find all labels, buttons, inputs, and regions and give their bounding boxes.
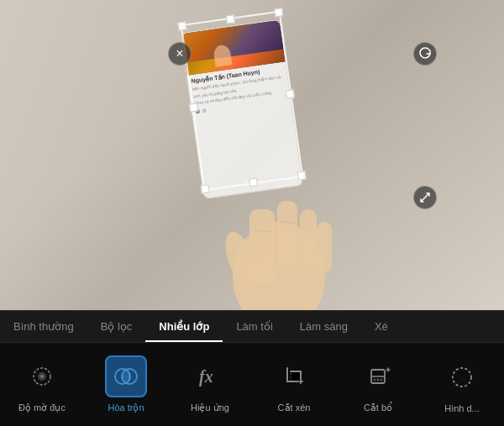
cat-xen-label: Cắt xén <box>278 402 311 413</box>
svg-rect-4 <box>317 222 332 272</box>
tool-hoa-tron[interactable]: Hòa trộn <box>84 343 168 426</box>
tools-bar: Độ mờ đục Hòa trộn fx Hiệu ứng <box>0 342 504 426</box>
filter-tabs-bar: Bình thường Bộ lọc Nhiều lớp Làm tối Làm… <box>0 310 504 342</box>
crop-icon <box>279 361 309 392</box>
cat-bo-label: Cắt bổ <box>364 402 392 413</box>
cat-xen-icon-wrap <box>273 355 315 397</box>
do-mo-duc-icon-wrap <box>21 355 63 397</box>
svg-rect-3 <box>300 209 317 272</box>
tool-cat-bo[interactable]: Cắt bổ <box>336 343 420 426</box>
tool-cat-xen[interactable]: Cắt xén <box>252 343 336 426</box>
hieu-ung-label: Hiệu ứng <box>191 402 229 413</box>
hoa-tron-label: Hòa trộn <box>108 402 144 413</box>
svg-point-29 <box>381 379 383 381</box>
blur-icon <box>27 361 57 392</box>
svg-rect-2 <box>277 201 297 272</box>
hoa-tron-icon-wrap <box>105 355 147 397</box>
fx-icon: fx <box>195 361 225 392</box>
svg-point-16 <box>50 376 51 377</box>
hinh-dang-icon-wrap <box>441 356 483 398</box>
svg-point-11 <box>34 371 36 372</box>
rotate-icon <box>418 47 432 60</box>
svg-point-30 <box>453 368 471 387</box>
svg-point-13 <box>34 381 36 382</box>
svg-point-28 <box>377 379 380 381</box>
svg-point-12 <box>48 371 50 372</box>
card-icon-1 <box>195 109 200 114</box>
tab-bo-loc[interactable]: Bộ lọc <box>87 311 146 342</box>
resize-button[interactable] <box>413 186 437 209</box>
tool-hinh-dang[interactable]: Hình d... <box>420 343 504 426</box>
shape-icon <box>447 362 477 392</box>
cut-icon <box>363 361 393 392</box>
tab-xe[interactable]: Xé <box>361 311 402 342</box>
tab-nhieu-lop[interactable]: Nhiều lớp <box>145 311 223 342</box>
blend-icon <box>111 361 141 392</box>
canvas-area: Nguyễn Tấn (Taan Huyn) Mọi người đều hạn… <box>0 0 504 310</box>
hinh-dang-label: Hình d... <box>444 403 480 413</box>
cat-bo-icon-wrap <box>357 355 399 397</box>
hieu-ung-icon-wrap: fx <box>189 355 231 397</box>
svg-point-15 <box>33 376 34 377</box>
svg-point-10 <box>40 375 44 378</box>
tool-do-mo-duc[interactable]: Độ mờ đục <box>0 343 84 426</box>
tab-binh-thuong[interactable]: Bình thường <box>0 311 87 342</box>
svg-point-27 <box>374 379 376 381</box>
rotate-button[interactable] <box>413 42 437 66</box>
phone-card-body: Nguyễn Tấn (Taan Huyn) Mọi người đều hạn… <box>187 61 302 198</box>
tool-hieu-ung[interactable]: fx Hiệu ứng <box>168 343 252 426</box>
resize-icon <box>418 191 432 204</box>
do-mo-duc-label: Độ mờ đục <box>18 402 66 413</box>
svg-point-14 <box>48 381 50 382</box>
close-icon: × <box>176 46 183 61</box>
tab-lam-toi[interactable]: Làm tối <box>223 311 286 342</box>
card-icon-2 <box>202 108 207 113</box>
tab-lam-sang[interactable]: Làm sáng <box>286 311 361 342</box>
close-button[interactable]: × <box>168 42 192 66</box>
svg-text:fx: fx <box>199 367 213 387</box>
